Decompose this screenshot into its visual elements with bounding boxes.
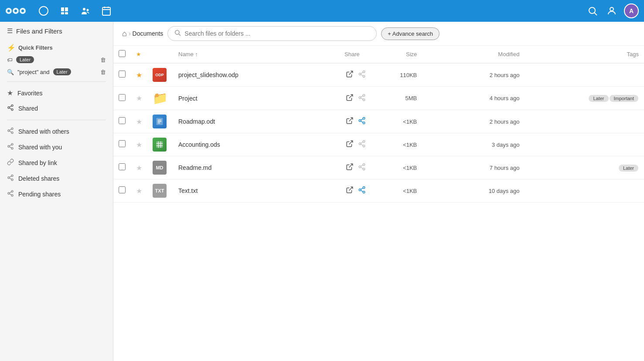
- sidebar: ☰ Files and Filters ⚡ Quick Filters 🏷 La…: [0, 22, 113, 361]
- advance-search-button[interactable]: + Advance search: [381, 27, 440, 40]
- file-size: <1KB: [403, 188, 417, 194]
- delete-filter-icon[interactable]: 🗑: [100, 57, 106, 63]
- svg-point-5: [21, 10, 24, 12]
- file-size: <1KB: [403, 142, 417, 148]
- svg-point-32: [11, 148, 13, 149]
- sidebar-item-shared[interactable]: Shared: [0, 101, 113, 116]
- file-table: ★ Name ↑ Share Size Modified Tags ★: [113, 46, 644, 361]
- row-checkbox[interactable]: [119, 94, 126, 101]
- row-size-cell: <1KB: [368, 133, 423, 156]
- avatar[interactable]: A: [624, 3, 639, 18]
- row-name-cell[interactable]: Text.txt: [173, 179, 311, 202]
- open-in-new-button[interactable]: [345, 69, 354, 81]
- svg-line-52: [361, 72, 363, 74]
- sidebar-item-shared-by-link[interactable]: Shared by link: [0, 155, 113, 171]
- share-button[interactable]: [357, 162, 367, 173]
- svg-point-20: [11, 105, 13, 106]
- row-icon-cell: ODP: [147, 63, 173, 87]
- svg-line-80: [349, 164, 352, 167]
- search-bar: [167, 26, 377, 41]
- row-name-cell[interactable]: Accounting.ods: [173, 133, 311, 156]
- row-checkbox[interactable]: [119, 140, 126, 147]
- open-in-new-button[interactable]: [345, 162, 354, 173]
- files-list: ★ Name ↑ Share Size Modified Tags ★: [113, 46, 644, 202]
- row-checkbox[interactable]: [119, 186, 126, 193]
- star-button[interactable]: ★: [136, 164, 142, 172]
- svg-point-88: [359, 189, 361, 191]
- svg-point-40: [11, 190, 13, 192]
- row-icon-cell: [147, 110, 173, 133]
- svg-line-18: [595, 13, 597, 16]
- row-name-cell[interactable]: Project: [173, 87, 311, 110]
- row-checkbox[interactable]: [119, 117, 126, 124]
- row-name-cell[interactable]: project_slideshow.odp: [173, 63, 311, 87]
- share-button[interactable]: [357, 116, 367, 127]
- sidebar-item-favorites[interactable]: ★ Favorites: [0, 85, 113, 101]
- breadcrumb-separator: ›: [129, 30, 131, 37]
- shared-with-you-label: Shared with you: [18, 144, 62, 151]
- file-name: project_slideshow.odp: [178, 71, 239, 78]
- delete-filter-2-icon[interactable]: 🗑: [100, 69, 106, 75]
- file-name: Project: [178, 95, 198, 102]
- row-checkbox[interactable]: [119, 71, 126, 78]
- share-button[interactable]: [357, 69, 367, 81]
- search-nav-icon[interactable]: [586, 4, 600, 18]
- open-in-new-button[interactable]: [345, 185, 354, 196]
- sidebar-item-shared-with-others[interactable]: Shared with others: [0, 124, 113, 139]
- filter-project-later[interactable]: 🔍 "project" and Later 🗑: [0, 66, 113, 78]
- filter-later-tag[interactable]: 🏷 Later 🗑: [0, 54, 113, 66]
- contacts-nav-icon[interactable]: [78, 4, 92, 18]
- svg-point-83: [363, 168, 365, 170]
- star-button[interactable]: ★: [136, 187, 142, 195]
- svg-point-89: [363, 191, 365, 193]
- svg-line-28: [10, 131, 12, 132]
- tag-badge[interactable]: Important: [610, 95, 638, 102]
- row-name-cell[interactable]: Readme.md: [173, 156, 311, 179]
- row-checkbox[interactable]: [119, 163, 126, 170]
- name-header[interactable]: Name ↑: [173, 46, 311, 63]
- home-breadcrumb-icon[interactable]: ⌂: [122, 29, 127, 38]
- main-layout: ☰ Files and Filters ⚡ Quick Filters 🏷 La…: [0, 22, 644, 361]
- user-nav-icon[interactable]: [605, 4, 619, 18]
- share-button[interactable]: [357, 93, 367, 104]
- row-size-cell: 110KB: [368, 63, 423, 87]
- row-modified-cell: 10 days ago: [422, 179, 525, 202]
- later-tag-badge-2: Later: [53, 68, 71, 75]
- sidebar-item-deleted-shares[interactable]: Deleted shares: [0, 171, 113, 186]
- svg-point-82: [359, 166, 361, 168]
- sidebar-item-shared-with-you[interactable]: Shared with you: [0, 139, 113, 155]
- later-tag-badge: Later: [16, 56, 34, 63]
- search-icon: [174, 29, 181, 38]
- select-all-checkbox[interactable]: [119, 50, 126, 57]
- modified-header: Modified: [422, 46, 525, 63]
- svg-point-87: [363, 187, 365, 189]
- search-input[interactable]: [184, 30, 370, 37]
- svg-rect-8: [65, 7, 68, 11]
- hamburger-icon[interactable]: ☰: [7, 27, 13, 35]
- open-in-new-button[interactable]: [345, 93, 354, 104]
- svg-point-35: [11, 175, 13, 176]
- star-button[interactable]: ★: [136, 141, 142, 148]
- table-row: ★ 📁 Project 5MB 4 hours ago LaterImpo: [113, 87, 644, 110]
- sidebar-item-pending-shares[interactable]: Pending shares: [0, 186, 113, 202]
- row-tags-cell: [525, 110, 644, 133]
- star-button[interactable]: ★: [136, 118, 142, 125]
- share-button[interactable]: [357, 139, 367, 150]
- calendar-nav-icon[interactable]: [99, 4, 113, 18]
- app-logo[interactable]: [5, 5, 26, 17]
- svg-rect-7: [61, 7, 64, 11]
- row-name-cell[interactable]: Roadmap.odt: [173, 110, 311, 133]
- icon-header: [147, 46, 173, 63]
- svg-point-81: [363, 164, 365, 166]
- tag-badge[interactable]: Later: [619, 165, 638, 172]
- files-nav-icon[interactable]: [58, 4, 72, 18]
- star-button[interactable]: ★: [136, 94, 142, 102]
- share-others-icon: [7, 127, 14, 136]
- open-in-new-button[interactable]: [345, 116, 354, 127]
- breadcrumb: ⌂ › Documents: [122, 29, 163, 38]
- share-button[interactable]: [357, 185, 367, 196]
- star-button[interactable]: ★: [136, 71, 142, 79]
- home-nav-icon[interactable]: [37, 4, 51, 18]
- tag-badge[interactable]: Later: [589, 95, 608, 102]
- open-in-new-button[interactable]: [345, 139, 354, 150]
